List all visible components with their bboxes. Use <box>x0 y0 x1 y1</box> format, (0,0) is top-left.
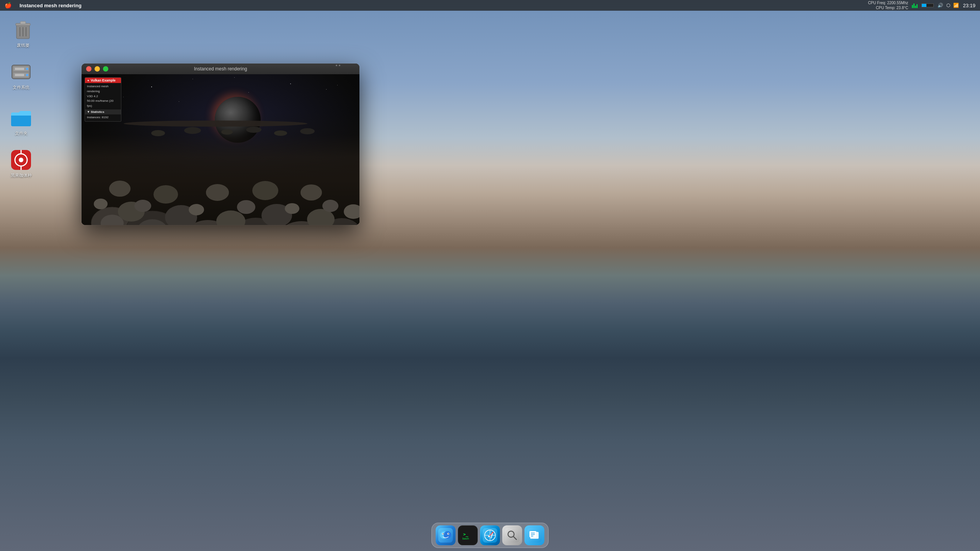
svg-rect-2 <box>20 21 26 24</box>
filesys-icon-img <box>10 61 32 83</box>
finder-icon <box>438 528 453 543</box>
app-icon-img <box>10 149 32 171</box>
dock-item-spotlight[interactable] <box>502 525 522 545</box>
cpu-temp-label: CPU Temp: 23.8°C <box>876 5 908 10</box>
svg-point-39 <box>237 200 255 214</box>
svg-point-47 <box>274 130 287 136</box>
hdd-svg <box>11 64 31 80</box>
menubar-left: 🍎 Instanced mesh rendering <box>5 2 82 9</box>
spotlight-icon <box>505 528 519 543</box>
svg-point-59 <box>443 533 443 534</box>
stats-arrow-icon: ▼ <box>87 110 90 114</box>
svg-point-15 <box>19 158 23 162</box>
desktop-icon-folder[interactable]: 文件夹 <box>6 107 36 136</box>
asteroid-svg <box>82 112 359 225</box>
vulkan-panel-body: Instanced mesh rendering V3D 4.2 50.00 m… <box>85 83 121 121</box>
window-maximize-button[interactable] <box>103 66 108 72</box>
folder-icon-img <box>10 107 32 129</box>
volume-icon[interactable]: 🔊 <box>938 3 943 8</box>
svg-text:>_: >_ <box>463 532 469 537</box>
wifi-icon[interactable]: 📶 <box>953 3 959 8</box>
dock-item-safari[interactable] <box>480 525 500 545</box>
star <box>193 79 193 79</box>
svg-point-49 <box>109 181 131 197</box>
cpu-bar-4 <box>916 4 918 8</box>
vulkan-app-name: Instanced mesh rendering <box>87 84 119 94</box>
dock-item-files[interactable] <box>524 525 544 545</box>
trash-svg <box>13 20 33 40</box>
cpu-bar-1 <box>912 5 913 8</box>
asteroid-field <box>82 112 359 225</box>
svg-point-44 <box>184 127 201 134</box>
cpu-bars <box>912 3 918 8</box>
vulkan-stats-section: ▼ Statistics <box>85 109 121 114</box>
window-minimize-button[interactable] <box>95 66 100 72</box>
stats-label: Statistics <box>91 110 105 114</box>
star <box>326 89 327 90</box>
svg-point-68 <box>492 532 493 533</box>
menubar: 🍎 Instanced mesh rendering CPU Freq: 220… <box>0 0 980 11</box>
cpu-progress-fill <box>922 4 926 7</box>
window-title: Instanced mesh rendering <box>194 66 247 72</box>
svg-point-53 <box>301 184 322 201</box>
svg-point-40 <box>285 203 299 214</box>
files-icon <box>527 528 542 543</box>
svg-point-46 <box>246 127 261 133</box>
dock-item-finder[interactable] <box>436 525 456 545</box>
svg-rect-70 <box>505 528 519 543</box>
vulkan-panel-header: ▼ Vulkan Example <box>85 78 121 83</box>
cpu-bar-2 <box>913 3 915 8</box>
vulkan-header-label: Vulkan Example <box>91 78 116 82</box>
menubar-app-title[interactable]: Instanced mesh rendering <box>20 3 82 8</box>
svg-point-38 <box>189 204 204 215</box>
dock: >_ bash <box>431 523 549 548</box>
vulkan-instances: Instances: 8192 <box>87 115 119 120</box>
apple-logo-icon[interactable]: 🍎 <box>5 2 12 9</box>
svg-point-10 <box>26 74 28 76</box>
cpu-progress-bar <box>921 3 934 7</box>
svg-point-50 <box>154 185 178 204</box>
star <box>151 86 152 87</box>
svg-point-18 <box>124 121 307 127</box>
folder-svg <box>10 109 32 127</box>
star <box>337 85 338 85</box>
app-window: Instanced mesh rendering <box>82 64 359 225</box>
render-scene: ▼ Vulkan Example Instanced mesh renderin… <box>82 74 359 225</box>
cpu-freq-label: CPU Freq: 2200.55Mhz <box>868 0 908 5</box>
svg-point-60 <box>448 533 449 534</box>
bluetooth-icon[interactable]: ⬡ <box>946 3 950 8</box>
cpu-bar-3 <box>915 6 916 8</box>
desktop-icon-filesys[interactable]: 文件系统 <box>6 61 36 90</box>
svg-point-51 <box>206 184 229 201</box>
svg-text:bash: bash <box>462 537 469 540</box>
dock-item-terminal[interactable]: >_ bash <box>458 525 478 545</box>
resize-dot-2 <box>339 65 340 66</box>
window-content: ▼ Vulkan Example Instanced mesh renderin… <box>82 74 359 225</box>
app-svg <box>10 149 32 171</box>
trash-icon-img <box>12 19 34 41</box>
star <box>234 77 235 78</box>
svg-point-48 <box>300 128 315 134</box>
safari-icon <box>483 528 497 543</box>
svg-point-36 <box>94 199 108 209</box>
desktop: 🍎 Instanced mesh rendering CPU Freq: 220… <box>0 0 980 551</box>
vulkan-fps: 50.00 ms/frame (20 fps) <box>87 99 119 109</box>
vulkan-panel: ▼ Vulkan Example Instanced mesh renderin… <box>85 77 121 122</box>
window-controls <box>86 66 108 72</box>
menubar-right: CPU Freq: 2200.55Mhz CPU Temp: 23.8°C 🔊 … <box>868 0 975 10</box>
window-close-button[interactable] <box>86 66 91 72</box>
svg-point-45 <box>221 129 233 135</box>
window-titlebar: Instanced mesh rendering <box>82 64 359 74</box>
desktop-icon-trash[interactable]: 废纸篓 <box>8 19 38 48</box>
desktop-icon-app[interactable]: 黑果咖体种 <box>6 149 36 178</box>
star <box>179 101 179 102</box>
vulkan-arrow-icon: ▼ <box>87 79 90 82</box>
vulkan-version: V3D 4.2 <box>87 94 119 99</box>
resize-dot-1 <box>336 65 337 66</box>
svg-point-41 <box>322 200 338 212</box>
terminal-icon: >_ bash <box>461 528 475 543</box>
svg-point-37 <box>134 200 151 212</box>
svg-point-69 <box>488 536 490 537</box>
svg-point-9 <box>26 68 28 70</box>
svg-point-42 <box>344 204 359 219</box>
